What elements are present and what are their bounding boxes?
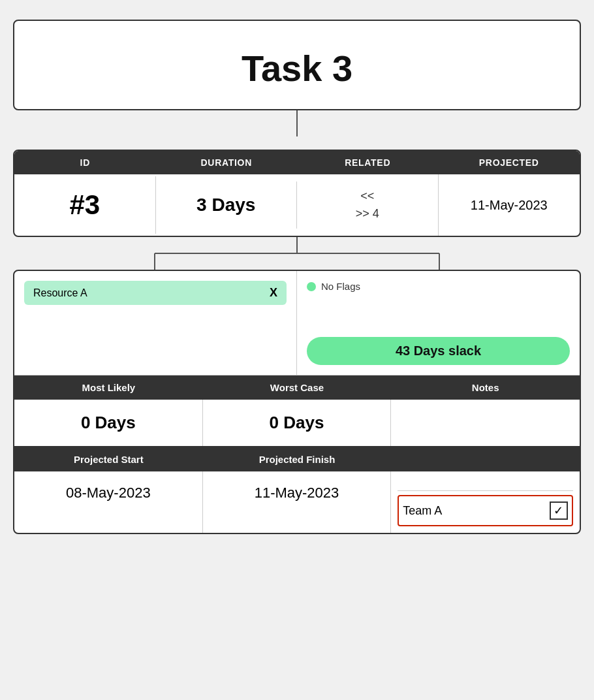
notes-header: Notes xyxy=(391,375,580,400)
vertical-connector-1 xyxy=(296,110,298,136)
worst-case-header: Worst Case xyxy=(203,375,392,400)
related-header: RELATED xyxy=(297,151,439,174)
related-predecessor: << xyxy=(304,187,431,205)
team-checkbox[interactable]: ✓ xyxy=(550,501,568,520)
id-value: #3 xyxy=(69,189,100,220)
related-cell: << >> 4 xyxy=(297,174,439,236)
projected-start-header: Projected Start xyxy=(14,447,203,471)
projected-header: PROJECTED xyxy=(439,151,580,174)
resource-flags-row: Resource A X No Flags 43 Days slack xyxy=(14,271,580,375)
id-cell: #3 xyxy=(14,176,156,234)
resource-cell: Resource A X xyxy=(14,271,297,375)
projected-finish-value: 11-May-2023 xyxy=(203,471,392,533)
resource-close-button[interactable]: X xyxy=(270,286,277,300)
notes-value xyxy=(391,400,580,446)
info-table-header: ID DURATION RELATED PROJECTED xyxy=(14,151,580,174)
resource-tag: Resource A X xyxy=(24,281,287,305)
team-name: Team A xyxy=(403,504,442,518)
duration-cell: 3 Days xyxy=(156,182,298,229)
proj-notes-header xyxy=(391,447,580,471)
proj-header: Projected Start Projected Finish xyxy=(14,447,580,471)
related-value: << >> 4 xyxy=(304,187,431,223)
info-table-body: #3 3 Days << >> 4 11-May-2023 xyxy=(14,174,580,236)
page-container: Task 3 ID DURATION RELATED PROJECTED #3 … xyxy=(13,20,581,534)
duration-value: 3 Days xyxy=(196,195,255,215)
detail-card: Resource A X No Flags 43 Days slack Most… xyxy=(13,270,581,534)
projected-start-value: 08-May-2023 xyxy=(14,471,203,533)
projected-finish-header: Projected Finish xyxy=(203,447,392,471)
team-container-cell: Team A ✓ xyxy=(391,471,580,533)
most-likely-value: 0 Days xyxy=(14,400,203,446)
info-table-card: ID DURATION RELATED PROJECTED #3 3 Days … xyxy=(13,150,581,237)
branch-connector xyxy=(13,237,581,270)
resource-name: Resource A xyxy=(33,287,87,299)
id-header: ID xyxy=(14,151,156,174)
projected-cell: 11-May-2023 xyxy=(439,185,580,226)
flags-cell: No Flags 43 Days slack xyxy=(297,271,580,375)
team-cell: Team A ✓ xyxy=(391,471,580,533)
most-likely-header: Most Likely xyxy=(14,375,203,400)
projected-value: 11-May-2023 xyxy=(471,198,548,212)
team-row[interactable]: Team A ✓ xyxy=(398,495,573,526)
mlwc-header: Most Likely Worst Case Notes xyxy=(14,375,580,400)
team-empty-top xyxy=(398,478,573,491)
related-successor: >> 4 xyxy=(304,205,431,223)
flags-label: No Flags xyxy=(321,281,360,292)
flag-dot-icon xyxy=(307,282,316,291)
proj-body: 08-May-2023 11-May-2023 Team A ✓ xyxy=(14,471,580,533)
task-title: Task 3 xyxy=(27,47,567,89)
task-title-card: Task 3 xyxy=(13,20,581,110)
slack-badge: 43 Days slack xyxy=(307,337,570,365)
mlwc-body: 0 Days 0 Days xyxy=(14,400,580,447)
duration-header: DURATION xyxy=(156,151,298,174)
flags-row: No Flags xyxy=(307,281,360,292)
worst-case-value: 0 Days xyxy=(203,400,392,446)
